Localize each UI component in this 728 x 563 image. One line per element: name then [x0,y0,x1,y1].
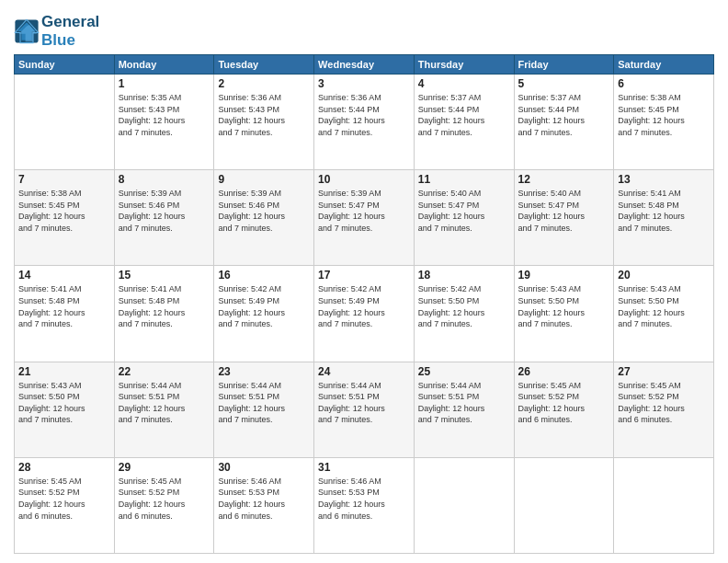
calendar-header-saturday: Saturday [614,55,714,75]
day-info: Sunrise: 5:36 AM Sunset: 5:43 PM Dayligh… [218,92,310,138]
calendar-cell: 15Sunrise: 5:41 AM Sunset: 5:48 PM Dayli… [114,266,214,362]
calendar-cell: 29Sunrise: 5:45 AM Sunset: 5:52 PM Dayli… [114,457,214,553]
calendar-header-monday: Monday [114,55,214,75]
calendar-cell: 17Sunrise: 5:42 AM Sunset: 5:49 PM Dayli… [314,266,415,362]
calendar-cell [414,457,514,553]
calendar-cell [514,457,614,553]
day-number: 18 [418,269,510,282]
day-number: 12 [518,173,610,186]
day-info: Sunrise: 5:41 AM Sunset: 5:48 PM Dayligh… [119,283,210,329]
calendar-cell: 24Sunrise: 5:44 AM Sunset: 5:51 PM Dayli… [314,362,415,457]
calendar-cell: 3Sunrise: 5:36 AM Sunset: 5:44 PM Daylig… [314,75,415,170]
day-info: Sunrise: 5:43 AM Sunset: 5:50 PM Dayligh… [18,380,110,426]
day-number: 7 [18,173,110,186]
day-number: 8 [119,173,210,186]
day-info: Sunrise: 5:45 AM Sunset: 5:52 PM Dayligh… [18,476,110,522]
calendar-cell: 18Sunrise: 5:42 AM Sunset: 5:50 PM Dayli… [414,266,514,362]
calendar-cell: 14Sunrise: 5:41 AM Sunset: 5:48 PM Dayli… [15,266,115,362]
day-number: 4 [418,77,510,90]
day-info: Sunrise: 5:44 AM Sunset: 5:51 PM Dayligh… [418,380,510,426]
day-number: 17 [318,269,410,282]
day-info: Sunrise: 5:36 AM Sunset: 5:44 PM Dayligh… [318,92,410,138]
day-info: Sunrise: 5:37 AM Sunset: 5:44 PM Dayligh… [518,92,610,138]
day-number: 26 [518,365,610,378]
day-number: 2 [218,77,310,90]
logo-icon [14,18,40,44]
day-number: 6 [618,77,710,90]
calendar-header-tuesday: Tuesday [214,55,314,75]
calendar-cell: 21Sunrise: 5:43 AM Sunset: 5:50 PM Dayli… [15,362,115,457]
day-info: Sunrise: 5:43 AM Sunset: 5:50 PM Dayligh… [518,283,610,329]
day-info: Sunrise: 5:44 AM Sunset: 5:51 PM Dayligh… [119,380,210,426]
header: General Blue [14,9,714,49]
calendar-cell: 8Sunrise: 5:39 AM Sunset: 5:46 PM Daylig… [114,170,214,266]
calendar-cell: 16Sunrise: 5:42 AM Sunset: 5:49 PM Dayli… [214,266,314,362]
day-number: 24 [318,365,410,378]
calendar-cell [15,75,115,170]
day-number: 23 [218,365,310,378]
calendar-cell: 27Sunrise: 5:45 AM Sunset: 5:52 PM Dayli… [614,362,714,457]
day-info: Sunrise: 5:38 AM Sunset: 5:45 PM Dayligh… [618,92,710,138]
day-info: Sunrise: 5:45 AM Sunset: 5:52 PM Dayligh… [518,380,610,426]
calendar-cell: 11Sunrise: 5:40 AM Sunset: 5:47 PM Dayli… [414,170,514,266]
day-info: Sunrise: 5:35 AM Sunset: 5:43 PM Dayligh… [119,92,210,138]
day-number: 30 [218,461,310,474]
day-info: Sunrise: 5:42 AM Sunset: 5:50 PM Dayligh… [418,283,510,329]
day-info: Sunrise: 5:46 AM Sunset: 5:53 PM Dayligh… [318,476,410,522]
day-number: 1 [119,77,210,90]
calendar-cell: 20Sunrise: 5:43 AM Sunset: 5:50 PM Dayli… [614,266,714,362]
calendar-week-1: 1Sunrise: 5:35 AM Sunset: 5:43 PM Daylig… [15,75,714,170]
calendar-week-2: 7Sunrise: 5:38 AM Sunset: 5:45 PM Daylig… [15,170,714,266]
logo-text: General Blue [41,13,99,49]
calendar-cell: 10Sunrise: 5:39 AM Sunset: 5:47 PM Dayli… [314,170,415,266]
day-info: Sunrise: 5:45 AM Sunset: 5:52 PM Dayligh… [119,476,210,522]
calendar-week-3: 14Sunrise: 5:41 AM Sunset: 5:48 PM Dayli… [15,266,714,362]
day-number: 25 [418,365,510,378]
day-info: Sunrise: 5:39 AM Sunset: 5:46 PM Dayligh… [218,188,310,234]
day-info: Sunrise: 5:40 AM Sunset: 5:47 PM Dayligh… [418,188,510,234]
day-info: Sunrise: 5:41 AM Sunset: 5:48 PM Dayligh… [18,283,110,329]
day-info: Sunrise: 5:37 AM Sunset: 5:44 PM Dayligh… [418,92,510,138]
day-number: 28 [18,461,110,474]
day-info: Sunrise: 5:46 AM Sunset: 5:53 PM Dayligh… [218,476,310,522]
calendar-cell: 1Sunrise: 5:35 AM Sunset: 5:43 PM Daylig… [114,75,214,170]
day-number: 19 [518,269,610,282]
calendar-cell: 26Sunrise: 5:45 AM Sunset: 5:52 PM Dayli… [514,362,614,457]
calendar-cell: 30Sunrise: 5:46 AM Sunset: 5:53 PM Dayli… [214,457,314,553]
day-info: Sunrise: 5:43 AM Sunset: 5:50 PM Dayligh… [618,283,710,329]
day-number: 13 [618,173,710,186]
calendar-cell: 13Sunrise: 5:41 AM Sunset: 5:48 PM Dayli… [614,170,714,266]
day-info: Sunrise: 5:38 AM Sunset: 5:45 PM Dayligh… [18,188,110,234]
day-info: Sunrise: 5:39 AM Sunset: 5:46 PM Dayligh… [119,188,210,234]
day-number: 31 [318,461,410,474]
day-number: 16 [218,269,310,282]
calendar-cell: 6Sunrise: 5:38 AM Sunset: 5:45 PM Daylig… [614,75,714,170]
calendar-cell: 7Sunrise: 5:38 AM Sunset: 5:45 PM Daylig… [15,170,115,266]
calendar-cell: 2Sunrise: 5:36 AM Sunset: 5:43 PM Daylig… [214,75,314,170]
calendar-header-wednesday: Wednesday [314,55,415,75]
calendar-week-5: 28Sunrise: 5:45 AM Sunset: 5:52 PM Dayli… [15,457,714,553]
day-number: 29 [119,461,210,474]
logo: General Blue [14,13,99,49]
calendar-cell: 12Sunrise: 5:40 AM Sunset: 5:47 PM Dayli… [514,170,614,266]
calendar-cell: 4Sunrise: 5:37 AM Sunset: 5:44 PM Daylig… [414,75,514,170]
calendar-cell: 28Sunrise: 5:45 AM Sunset: 5:52 PM Dayli… [15,457,115,553]
calendar-header-sunday: Sunday [15,55,115,75]
page: General Blue SundayMondayTuesdayWednesda… [0,0,728,563]
day-number: 3 [318,77,410,90]
calendar-cell [614,457,714,553]
day-number: 14 [18,269,110,282]
calendar-cell: 31Sunrise: 5:46 AM Sunset: 5:53 PM Dayli… [314,457,415,553]
calendar-table: SundayMondayTuesdayWednesdayThursdayFrid… [14,54,714,554]
day-number: 5 [518,77,610,90]
day-number: 22 [119,365,210,378]
calendar-cell: 9Sunrise: 5:39 AM Sunset: 5:46 PM Daylig… [214,170,314,266]
day-number: 11 [418,173,510,186]
day-number: 10 [318,173,410,186]
calendar-header-row: SundayMondayTuesdayWednesdayThursdayFrid… [15,55,714,75]
day-number: 27 [618,365,710,378]
calendar-cell: 22Sunrise: 5:44 AM Sunset: 5:51 PM Dayli… [114,362,214,457]
day-info: Sunrise: 5:41 AM Sunset: 5:48 PM Dayligh… [618,188,710,234]
day-number: 15 [119,269,210,282]
calendar-cell: 5Sunrise: 5:37 AM Sunset: 5:44 PM Daylig… [514,75,614,170]
